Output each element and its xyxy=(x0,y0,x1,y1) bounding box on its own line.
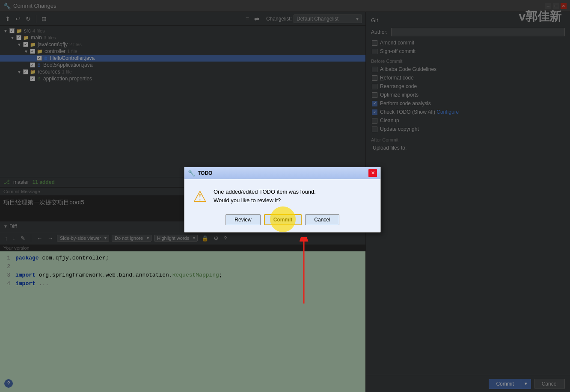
modal-content-row: ⚠ One added/edited TODO item was found.W… xyxy=(193,188,372,206)
modal-close-button[interactable]: ✕ xyxy=(368,169,377,177)
cancel-modal-button[interactable]: Cancel xyxy=(305,214,339,225)
todo-modal: 🔧 TODO ✕ ⚠ One added/edited TODO item wa… xyxy=(184,167,381,233)
modal-buttons: Review Commit Cancel xyxy=(193,214,372,225)
modal-titlebar: 🔧 TODO ✕ xyxy=(184,167,380,179)
modal-overlay: 🔧 TODO ✕ ⚠ One added/edited TODO item wa… xyxy=(0,0,570,392)
modal-title-text: TODO xyxy=(198,170,368,176)
modal-message: One added/edited TODO item was found.Wou… xyxy=(214,188,316,204)
commit-modal-button[interactable]: Commit xyxy=(264,214,302,225)
modal-title-icon: 🔧 xyxy=(188,170,195,177)
warning-icon: ⚠ xyxy=(193,188,207,206)
commit-modal-wrapper: Commit xyxy=(264,214,302,225)
review-button[interactable]: Review xyxy=(226,214,260,225)
modal-body: ⚠ One added/edited TODO item was found.W… xyxy=(184,179,380,232)
